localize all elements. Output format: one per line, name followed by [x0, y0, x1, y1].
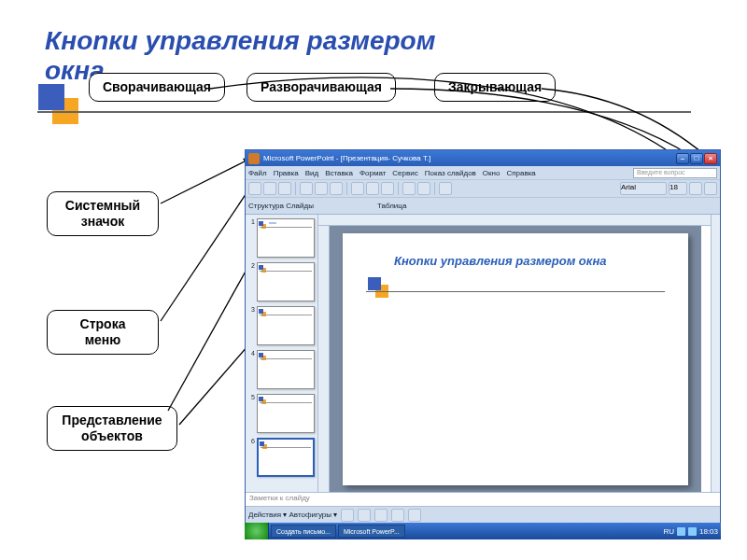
- tray-clock[interactable]: 18:03: [699, 527, 718, 536]
- cut-button[interactable]: [351, 182, 364, 195]
- ruler-horizontal: [318, 215, 711, 226]
- maximize-button[interactable]: □: [690, 153, 703, 164]
- thumb-3[interactable]: [257, 306, 315, 345]
- callout-minimize: Сворачивающая: [89, 73, 225, 102]
- standard-toolbar[interactable]: Arial 18: [246, 179, 720, 198]
- thumb-1[interactable]: xxxx: [257, 218, 315, 258]
- callout-system-icon: Системный значок: [47, 191, 159, 236]
- preview-button[interactable]: [315, 182, 328, 195]
- tray-icon[interactable]: [677, 527, 685, 536]
- callout-close: Закрывающая: [434, 73, 556, 102]
- open-button[interactable]: [263, 182, 276, 195]
- oval-tool[interactable]: [391, 509, 404, 522]
- menu-help[interactable]: Справка: [506, 169, 535, 177]
- tray-icon[interactable]: [688, 527, 697, 536]
- rect-tool[interactable]: [374, 509, 388, 522]
- window-title: Microsoft PowerPoint - [Презентация- Суч…: [263, 154, 675, 162]
- callout-menubar: Строка меню: [47, 310, 159, 355]
- undo-button[interactable]: [402, 182, 416, 195]
- menu-edit[interactable]: Правка: [274, 169, 299, 177]
- tabs-bar: Структура Слайды Таблица: [246, 198, 720, 215]
- titlebar[interactable]: Microsoft PowerPoint - [Презентация- Суч…: [246, 150, 720, 166]
- system-icon[interactable]: [248, 153, 260, 164]
- new-button[interactable]: [248, 182, 261, 195]
- minimize-button[interactable]: –: [676, 153, 689, 164]
- powerpoint-window: Microsoft PowerPoint - [Презентация- Суч…: [245, 149, 721, 523]
- paste-button[interactable]: [381, 182, 394, 195]
- table-label: Таблица: [377, 202, 406, 210]
- thumb-4[interactable]: [257, 350, 315, 389]
- menubar[interactable]: Файл Правка Вид Вставка Формат Сервис По…: [246, 166, 720, 179]
- print-button[interactable]: [300, 182, 313, 195]
- canvas-rule: [366, 291, 665, 292]
- fontsize-selector[interactable]: 18: [669, 182, 687, 195]
- callout-maximize: Разворачивающая: [247, 73, 396, 102]
- drawing-toolbar[interactable]: Действия ▾ Автофигуры ▾: [246, 506, 720, 523]
- menu-file[interactable]: Файл: [248, 169, 267, 177]
- close-button[interactable]: ×: [704, 153, 717, 164]
- menu-view[interactable]: Вид: [305, 169, 318, 177]
- help-question-box[interactable]: Введите вопрос: [633, 168, 717, 178]
- system-tray[interactable]: RU 18:03: [663, 527, 721, 536]
- tray-lang[interactable]: RU: [663, 527, 674, 536]
- canvas-title: Кнопки управления размером окна: [394, 254, 606, 268]
- arrow-tool[interactable]: [358, 509, 371, 522]
- scrollbar-vertical[interactable]: [711, 215, 720, 492]
- line-tool[interactable]: [341, 509, 354, 522]
- start-button[interactable]: [245, 523, 269, 539]
- thumb-5[interactable]: [257, 394, 315, 433]
- taskbar-item-2[interactable]: Microsoft PowerP...: [338, 525, 405, 538]
- menu-tools[interactable]: Сервис: [392, 169, 417, 177]
- slide-canvas[interactable]: Кнопки управления размером окна: [343, 233, 688, 485]
- taskbar-item-1[interactable]: Создать письмо...: [271, 525, 336, 538]
- slide-area: Кнопки управления размером окна: [318, 215, 711, 492]
- windows-taskbar[interactable]: Создать письмо... Microsoft PowerP... RU…: [245, 523, 721, 539]
- menu-format[interactable]: Формат: [359, 169, 386, 177]
- title-rule: [37, 111, 691, 113]
- table-button[interactable]: [439, 182, 452, 195]
- actions-menu[interactable]: Действия ▾ Автофигуры ▾: [248, 511, 337, 519]
- menu-window[interactable]: Окно: [483, 169, 500, 177]
- textbox-tool[interactable]: [408, 509, 421, 522]
- work-area: 1xxxx 2 3 4 5 6 Кнопки управления размер…: [246, 215, 720, 492]
- copy-button[interactable]: [366, 182, 379, 195]
- bold-button[interactable]: [689, 182, 702, 195]
- italic-button[interactable]: [704, 182, 717, 195]
- ruler-vertical: [318, 226, 330, 492]
- notes-pane[interactable]: Заметки к слайду: [246, 492, 720, 506]
- outline-slides-tabs[interactable]: Структура Слайды: [248, 202, 314, 210]
- redo-button[interactable]: [417, 182, 430, 195]
- spellcheck-button[interactable]: [330, 182, 343, 195]
- save-button[interactable]: [278, 182, 291, 195]
- menu-insert[interactable]: Вставка: [325, 169, 353, 177]
- callout-views: Представление объектов: [47, 406, 177, 451]
- thumb-2[interactable]: [257, 262, 315, 301]
- thumbnails-pane[interactable]: 1xxxx 2 3 4 5 6: [246, 215, 318, 492]
- font-selector[interactable]: Arial: [620, 182, 667, 195]
- thumb-6[interactable]: [257, 438, 315, 477]
- menu-slideshow[interactable]: Показ слайдов: [425, 169, 476, 177]
